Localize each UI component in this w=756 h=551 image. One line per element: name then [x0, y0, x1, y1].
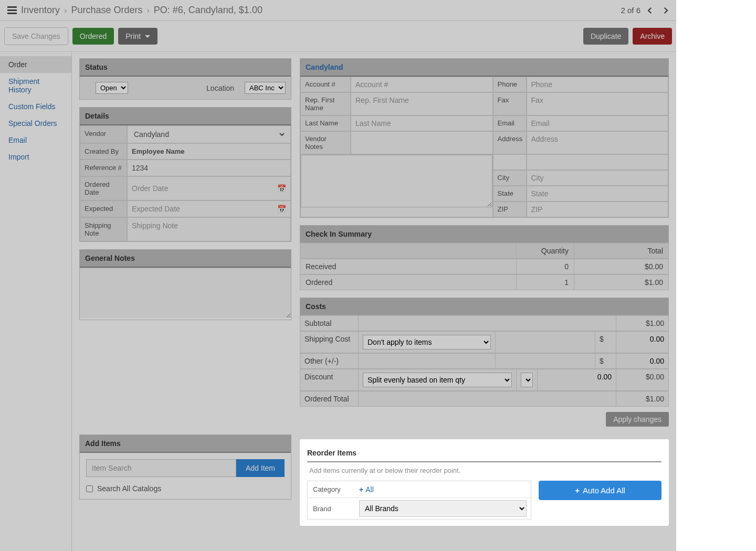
sidebar-item-special-orders[interactable]: Special Orders [0, 115, 71, 132]
city-input[interactable] [531, 174, 664, 182]
item-search-input[interactable] [86, 459, 236, 477]
calendar-icon[interactable]: 📅 [277, 205, 286, 213]
ordered-button[interactable]: Ordered [72, 28, 114, 45]
pager-label: 2 of 6 [621, 6, 640, 15]
breadcrumb-inventory[interactable]: Inventory [21, 5, 60, 16]
search-all-catalogs-label: Search All Catalogs [97, 484, 161, 493]
email-label: Email [493, 115, 527, 131]
print-button[interactable]: Print [118, 28, 158, 45]
col-qty-header: Quantity [516, 243, 574, 258]
archive-button[interactable]: Archive [633, 28, 672, 45]
address-input[interactable] [531, 135, 664, 143]
vendor-notes-textarea[interactable] [301, 155, 492, 207]
other-currency: $ [595, 354, 616, 368]
chevron-right-icon: › [64, 6, 67, 15]
reference-input[interactable] [132, 164, 286, 172]
discount-input[interactable] [542, 373, 612, 381]
vendor-notes-label: Vendor Notes [300, 131, 351, 154]
shipping-cost-select[interactable]: Don't apply to items [363, 335, 491, 349]
category-all-link[interactable]: +All [359, 485, 374, 494]
ordered-qty: 1 [516, 275, 574, 290]
status-panel: Status Open Location ABC Inc [79, 58, 291, 100]
costs-panel: Costs Subtotal $1.00 Shipping Cost Don't… [300, 298, 669, 432]
state-input[interactable] [531, 189, 664, 198]
details-header: Details [80, 108, 291, 125]
discount-label: Discount [300, 369, 358, 390]
phone-label: Phone [493, 77, 527, 92]
vendor-name-link[interactable]: Candyland [306, 63, 343, 71]
save-changes-button: Save Changes [4, 27, 68, 45]
add-item-button[interactable]: Add Item [236, 459, 285, 477]
pager-next-button[interactable] [659, 4, 672, 17]
sidebar-item-order[interactable]: Order [0, 56, 71, 73]
add-items-panel: Add Items Add Item Search All Catalogs [79, 435, 291, 500]
sidebar-item-shipment-history[interactable]: Shipment History [0, 73, 71, 98]
shipping-cost-label: Shipping Cost [300, 332, 358, 353]
received-total: $0.00 [574, 259, 668, 274]
ordered-date-label: Ordered Date [80, 176, 127, 200]
ordered-label: Ordered [300, 275, 516, 290]
plus-icon: + [359, 485, 363, 494]
location-select[interactable]: ABC Inc [245, 82, 286, 94]
expected-input[interactable] [132, 205, 274, 213]
col-total-header: Total [574, 243, 668, 258]
discount-amount: $0.00 [616, 369, 668, 390]
status-select[interactable]: Open [96, 82, 128, 94]
received-label: Received [300, 259, 516, 274]
vendor-select[interactable]: Candyland [132, 130, 286, 139]
discount-currency-select[interactable]: $ [521, 373, 533, 387]
address2-input[interactable] [531, 158, 664, 166]
discount-select[interactable]: Split evenly based on item qty [363, 373, 512, 387]
search-all-catalogs-checkbox[interactable] [86, 485, 93, 492]
rep-first-label: Rep. First Name [300, 92, 351, 115]
plus-icon: + [575, 486, 580, 495]
ordered-date-input[interactable] [132, 184, 274, 193]
shipping-note-label: Shipping Note [80, 217, 127, 241]
vendor-panel: Candyland Account # Phone Rep. First Nam… [300, 58, 669, 218]
add-items-header: Add Items [80, 435, 291, 453]
action-bar: Save Changes Ordered Print Duplicate Arc… [0, 21, 676, 52]
state-label: State [493, 186, 527, 202]
pager: 2 of 6 [621, 4, 672, 17]
rep-first-input[interactable] [355, 96, 488, 104]
status-header: Status [80, 59, 291, 77]
last-name-input[interactable] [355, 119, 488, 128]
checkin-header: Check In Summary [300, 225, 669, 243]
duplicate-button[interactable]: Duplicate [583, 28, 628, 45]
pager-prev-button[interactable] [644, 4, 656, 17]
received-qty: 0 [516, 259, 574, 274]
shipping-cost-input[interactable] [621, 335, 664, 343]
auto-add-all-button[interactable]: +Auto Add All [539, 481, 662, 500]
created-by-label: Created By [80, 143, 127, 160]
subtotal-value: $1.00 [616, 316, 668, 331]
sidebar-item-email[interactable]: Email [0, 132, 71, 149]
sidebar: Order Shipment History Custom Fields Spe… [0, 52, 72, 551]
details-panel: Details Vendor Candyland Created By Empl… [79, 107, 291, 242]
general-notes-textarea[interactable] [80, 268, 291, 318]
calendar-icon[interactable]: 📅 [277, 184, 286, 193]
ordered-total-value: $1.00 [616, 391, 668, 406]
email-input[interactable] [531, 119, 664, 128]
general-notes-header: General Notes [80, 250, 291, 268]
zip-label: ZIP [493, 202, 527, 217]
zip-input[interactable] [531, 205, 664, 214]
sidebar-item-import[interactable]: Import [0, 149, 71, 165]
breadcrumb-purchase-orders[interactable]: Purchase Orders [71, 5, 142, 16]
vendor-label: Vendor [80, 125, 127, 143]
reorder-items-panel: Reorder Items Add items currently at or … [300, 439, 669, 526]
brand-select[interactable]: All Brands [359, 500, 527, 517]
sidebar-item-custom-fields[interactable]: Custom Fields [0, 98, 71, 115]
shipping-note-input[interactable] [132, 221, 286, 230]
address-label: Address [493, 131, 527, 154]
created-by-value: Employee Name [127, 143, 291, 160]
breadcrumb-current: PO: #6, Candyland, $1.00 [154, 5, 262, 16]
phone-input[interactable] [531, 80, 664, 89]
other-input[interactable] [621, 357, 664, 365]
reference-label: Reference # [80, 160, 127, 176]
menu-icon[interactable] [7, 6, 17, 14]
category-label: Category [308, 481, 355, 497]
account-input[interactable] [355, 80, 488, 89]
fax-input[interactable] [531, 96, 664, 104]
costs-header: Costs [300, 298, 669, 315]
apply-changes-button[interactable]: Apply changes [606, 412, 669, 427]
